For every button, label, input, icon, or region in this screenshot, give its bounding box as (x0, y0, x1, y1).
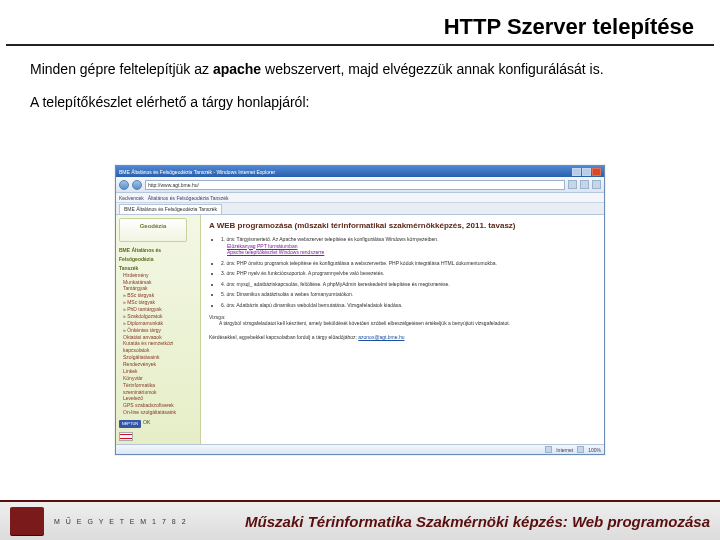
ok-label: OK (143, 419, 150, 425)
sidebar-item[interactable]: szemináriumok (119, 389, 197, 395)
refresh-icon[interactable] (568, 180, 577, 189)
slide-body: Minden gépre feltelepítjük az apache web… (30, 60, 690, 126)
paragraph-2: A telepítőkészlet elérhető a tárgy honla… (30, 93, 690, 112)
sidebar-item[interactable]: Hirdetmény (119, 272, 197, 278)
sidebar-item[interactable]: GPS szabadszoftverek (119, 402, 197, 408)
slide-title: HTTP Szerver telepítése (6, 14, 714, 46)
site-sidebar: Geodézia BME Általános és Felsőgeodézia … (116, 215, 201, 444)
zoom-icon[interactable] (577, 446, 584, 453)
forward-button[interactable] (132, 180, 142, 190)
favorites-link[interactable]: Általános és Felsőgeodézia Tanszék (148, 195, 229, 201)
exam-section: Vizsga: A tárgyból vizsgafeladatot kell … (209, 314, 596, 326)
sidebar-subitem[interactable]: » BSc tárgyak (119, 292, 197, 298)
sidebar-heading-2: Felsőgeodézia (119, 256, 197, 262)
list-item: 5. óra: Dinamikus adatázisolás a webes f… (221, 291, 596, 298)
page-content: A WEB programozása (műszaki térinformati… (201, 215, 604, 444)
window-titlebar: BME Általános és Felsőgeodézia Tanszék -… (116, 166, 604, 177)
back-button[interactable] (119, 180, 129, 190)
sidebar-subitem[interactable]: » PhD tantárgyak (119, 306, 197, 312)
list-item: 4. óra: mysql_ adatbáziskapcsolás, feltö… (221, 281, 596, 288)
flag-icon[interactable] (119, 432, 133, 441)
zone-label: Internet (556, 447, 573, 453)
favorites-bar: Kedvencek Általános és Felsőgeodézia Tan… (116, 193, 604, 203)
sidebar-item[interactable]: Könyvtár (119, 375, 197, 381)
sidebar-item[interactable]: Oktatási anyagok (119, 334, 197, 340)
sidebar-item[interactable]: Rendezvények (119, 361, 197, 367)
sidebar-item[interactable]: Térinformatika (119, 382, 197, 388)
sidebar-heading-3: Tanszék (119, 265, 197, 271)
neptun-badge[interactable]: NEPTUN (119, 420, 141, 428)
sidebar-item[interactable]: On-line szolgáltatásaink (119, 409, 197, 415)
sidebar-item[interactable]: Kutatás és nemzetközi (119, 340, 197, 346)
sidebar-subitem[interactable]: » MSc tárgyak (119, 299, 197, 305)
tab-strip: BME Általános és Felsőgeodézia Tanszék (116, 203, 604, 215)
course-title: Műszaki Térinformatika Szakmérnöki képzé… (245, 513, 710, 530)
university-crest-icon (10, 507, 44, 535)
sidebar-subitem[interactable]: » Önkéntes tárgy (119, 327, 197, 333)
globe-icon (545, 446, 552, 453)
lecture-list: 1. óra: Tárgyismertető. Az Apache websze… (221, 236, 596, 308)
browser-window: BME Általános és Felsőgeodézia Tanszék -… (115, 165, 605, 455)
exam-detail: A tárgyból vizsgafeladatot kell készíten… (219, 320, 596, 326)
zoom-level: 100% (588, 447, 601, 453)
address-bar[interactable]: http://www.agt.bme.hu/ (145, 180, 565, 190)
maximize-button[interactable] (582, 168, 591, 176)
slide-footer: M Ű E G Y E T E M 1 7 8 2 Műszaki Térinf… (0, 500, 720, 540)
sidebar-item[interactable]: Levelező (119, 395, 197, 401)
list-item: 3. óra: PHP nyelv és funkciócsoportok. A… (221, 270, 596, 277)
close-button[interactable] (592, 168, 601, 176)
university-name: M Ű E G Y E T E M 1 7 8 2 (54, 518, 188, 525)
home-icon[interactable] (580, 180, 589, 189)
tab-active[interactable]: BME Általános és Felsőgeodézia Tanszék (119, 204, 222, 214)
site-logo[interactable]: Geodézia (119, 218, 187, 242)
page-heading: A WEB programozása (műszaki térinformati… (209, 221, 596, 230)
browser-viewport: Geodézia BME Általános és Felsőgeodézia … (116, 215, 604, 444)
sidebar-item[interactable]: Szolgáltatásaink (119, 354, 197, 360)
contact-line: Kérdésekkel, egyebekkel kapcsolatban for… (209, 334, 596, 340)
sidebar-heading: BME Általános és (119, 247, 197, 253)
sidebar-item[interactable]: Linkek (119, 368, 197, 374)
sidebar-item[interactable]: Munkatársak (119, 279, 197, 285)
sidebar-item[interactable]: kapcsolatok (119, 347, 197, 353)
minimize-button[interactable] (572, 168, 581, 176)
list-item: 2. óra: PHP önvitro programok telepítése… (221, 260, 596, 267)
sidebar-item[interactable]: Tantárgyak (119, 285, 197, 291)
sidebar-subitem[interactable]: » Diplomamunkák (119, 320, 197, 326)
list-item: 1. óra: Tárgyismertető. Az Apache websze… (221, 236, 596, 256)
download-link[interactable]: Apache telepítőkészlet Windows rendszerr… (227, 249, 596, 256)
search-icon[interactable] (592, 180, 601, 189)
browser-toolbar: http://www.agt.bme.hu/ (116, 177, 604, 193)
list-item: 6. óra: Adatbázis alapú dinamikus webold… (221, 302, 596, 309)
window-title-text: BME Általános és Felsőgeodézia Tanszék -… (119, 169, 571, 175)
paragraph-1: Minden gépre feltelepítjük az apache web… (30, 60, 690, 79)
sidebar-subitem[interactable]: » Szakdolgozatok (119, 313, 197, 319)
favorites-label[interactable]: Kedvencek (119, 195, 144, 201)
email-link[interactable]: azonos@agt.bme.hu (358, 334, 404, 340)
status-bar: Internet 100% (116, 444, 604, 454)
